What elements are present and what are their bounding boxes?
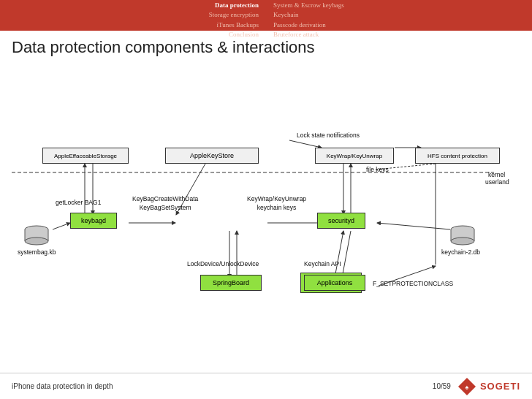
nav-passcode: Passcode derivation — [273, 20, 532, 31]
sogeti-logo: ♠ SOGETI — [457, 376, 520, 397]
keychain2-label: keychain-2.db — [441, 248, 480, 256]
svg-line-17 — [53, 223, 70, 229]
svg-line-12 — [335, 231, 343, 278]
main-content: Data protection components & interaction… — [0, 31, 532, 310]
sogeti-diamond-icon: ♠ — [457, 376, 477, 397]
nav-keychain: Keychain — [273, 10, 532, 20]
keychain-api-label: Keychain API — [304, 260, 341, 267]
footer-left-text: iPhone data protection in depth — [12, 382, 113, 390]
getlocker-label: getLocker BAG1 — [56, 199, 101, 206]
nav-data-protection: Data protection — [215, 1, 259, 11]
box-applications: Applications — [304, 275, 365, 291]
keywrap-keychain-label: KeyWrap/KeyUnwrapkeychain keys — [247, 195, 306, 213]
footer-right: 10/59 ♠ SOGETI — [433, 376, 520, 397]
svg-point-23 — [25, 238, 48, 245]
box-hfs: HFS content protection — [415, 148, 500, 164]
systembag-label: systembag.kb — [18, 248, 56, 256]
box-keybagd: keybagd — [70, 213, 117, 229]
svg-line-9 — [289, 140, 322, 148]
userland-label: userland — [485, 178, 509, 186]
footer: iPhone data protection in depth 10/59 ♠ … — [0, 373, 532, 399]
box-securityd: securityd — [317, 213, 365, 229]
box-appleeffaceable: AppleEffaceableStorage — [42, 148, 129, 164]
diagram: kernel userland AppleEffaceableStorage A… — [12, 61, 520, 310]
cylinder-keychain2 — [448, 225, 477, 247]
kernel-label: kernel — [488, 171, 505, 178]
fset-label: F_SETPROTECTIONCLASS — [373, 280, 453, 287]
box-applekeystore: AppleKeyStore — [165, 148, 259, 164]
nav-storage-encryption: Storage encryption — [209, 10, 259, 20]
cylinder-systembag — [22, 225, 51, 247]
box-springboard: SpringBoard — [200, 275, 262, 291]
header-left-nav: Introduction Data protection Storage enc… — [0, 0, 266, 31]
lockdevice-label: LockDevice/UnlockDevice — [187, 260, 259, 267]
svg-text:♠: ♠ — [465, 384, 468, 391]
nav-system-escrow: System & Escrow keybags — [273, 1, 532, 11]
file-keys-label: file keys — [366, 166, 389, 173]
keybag-create-label: KeyBagCreateWithDataKeyBagSetSystem — [132, 195, 198, 213]
diagram-svg — [12, 61, 520, 310]
svg-line-13 — [342, 231, 351, 278]
svg-point-28 — [451, 238, 474, 245]
header: Introduction Data protection Storage enc… — [0, 0, 532, 31]
box-keywrap-top: KeyWrap/KeyUnwrap — [315, 148, 394, 164]
page-title: Data protection components & interaction… — [12, 38, 520, 57]
footer-page: 10/59 — [433, 382, 451, 390]
svg-line-18 — [377, 223, 450, 229]
nav-itunes-backups: iTunes Backups — [217, 20, 259, 31]
header-right-nav: Overview System & Escrow keybags Keychai… — [266, 0, 532, 31]
sogeti-text: SOGETI — [480, 381, 520, 392]
lock-state-label: Lock state notifications — [297, 132, 360, 139]
